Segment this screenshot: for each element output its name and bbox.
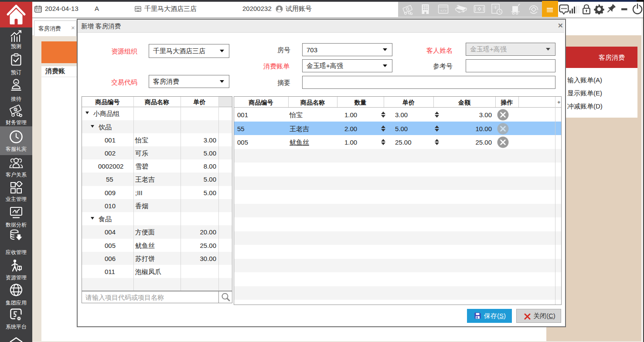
svg-text:</>: </> — [440, 9, 447, 13]
